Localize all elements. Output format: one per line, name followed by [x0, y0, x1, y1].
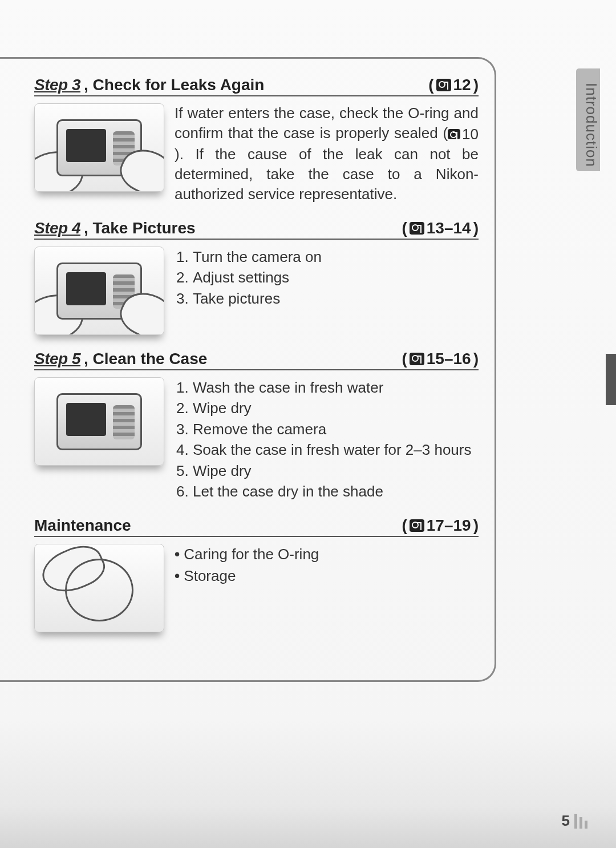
section-body-text: If water enters the case, check the O-ri… [175, 103, 479, 204]
page-reference: ( 12) [428, 76, 479, 94]
section-header: Step 4 , Take Pictures ( 13–14) [34, 219, 479, 240]
section-step-5: Step 5 , Clean the Case ( 15–16) Wash th… [34, 350, 479, 502]
list-item: Adjust settings [193, 267, 322, 288]
step-label: Step 4 [34, 219, 80, 237]
section-header: Maintenance ( 17–19) [34, 516, 479, 537]
page-number-value: 5 [562, 812, 570, 830]
list-item: Wipe dry [193, 398, 472, 418]
side-tab-introduction: Introduction [576, 68, 600, 171]
camera-ref-icon [436, 79, 451, 91]
list-item: Caring for the O-ring [175, 544, 319, 566]
section-header: Step 5 , Clean the Case ( 15–16) [34, 350, 479, 370]
para-before: If water enters the case, check the O-ri… [175, 104, 479, 142]
inline-ref-num: 10 [462, 124, 479, 144]
page-ref-number: 13–14 [427, 219, 471, 237]
section-step-3: Step 3 , Check for Leaks Again ( 12) If … [34, 76, 479, 204]
page-ref-number: 17–19 [427, 516, 471, 535]
inline-page-ref: 10 [448, 124, 479, 144]
step-label: Step 3 [34, 76, 80, 94]
page-edge-bars-icon [574, 814, 587, 829]
side-edge-marker [606, 354, 616, 405]
bullet-list: Caring for the O-ring Storage [175, 544, 319, 587]
page-frame: Step 3 , Check for Leaks Again ( 12) If … [0, 57, 496, 682]
camera-ref-icon [448, 129, 460, 139]
list-item: Soak the case in fresh water for 2–3 hou… [193, 439, 472, 460]
step-title: , Take Pictures [84, 219, 196, 237]
section-header: Step 3 , Check for Leaks Again ( 12) [34, 76, 479, 96]
list-item: Wash the case in fresh water [193, 377, 472, 398]
list-item: Storage [175, 566, 319, 587]
step-title: , Check for Leaks Again [84, 76, 264, 94]
illustration-check-leaks [34, 103, 164, 192]
camera-ref-icon [410, 519, 424, 532]
illustration-oring [34, 544, 164, 632]
step-title: Maintenance [34, 516, 131, 535]
para-after: ). If the cause of the leak can not be d… [175, 146, 479, 203]
page-number: 5 [562, 812, 587, 830]
step-title: , Clean the Case [84, 350, 207, 368]
list-item: Take pictures [193, 288, 322, 309]
page-reference: ( 17–19) [402, 516, 479, 535]
camera-ref-icon [410, 222, 424, 235]
step-label: Step 5 [34, 350, 80, 368]
illustration-take-pictures [34, 247, 164, 335]
page-reference: ( 15–16) [402, 350, 479, 368]
step-list: Turn the camera on Adjust settings Take … [175, 247, 322, 309]
list-item: Wipe dry [193, 461, 472, 481]
page-ref-number: 15–16 [427, 350, 471, 368]
section-step-4: Step 4 , Take Pictures ( 13–14) Turn the… [34, 219, 479, 335]
page-reference: ( 13–14) [402, 219, 479, 237]
step-list: Wash the case in fresh water Wipe dry Re… [175, 377, 472, 502]
list-item: Remove the camera [193, 419, 472, 439]
list-item: Let the case dry in the shade [193, 481, 472, 502]
section-maintenance: Maintenance ( 17–19) Caring for the O-ri… [34, 516, 479, 632]
list-item: Turn the camera on [193, 247, 322, 267]
page-ref-number: 12 [453, 76, 471, 94]
camera-ref-icon [410, 353, 424, 365]
illustration-clean-case [34, 377, 164, 466]
